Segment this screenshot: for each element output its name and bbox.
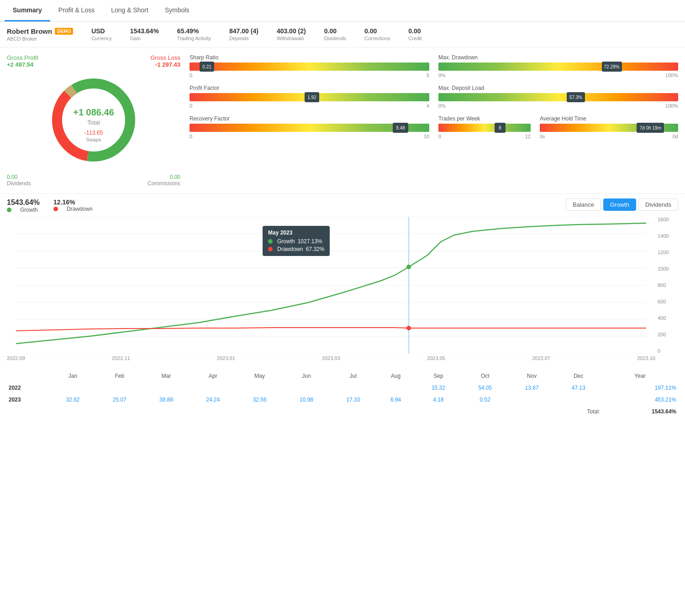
th-dec: Dec	[555, 370, 602, 382]
2023-jan: 32.62	[49, 394, 96, 406]
2022-sep: 15.32	[415, 382, 462, 394]
2022-may	[237, 382, 283, 394]
user-name-text: Robert Brown	[7, 27, 52, 35]
svg-text:+1 086.46: +1 086.46	[73, 107, 114, 117]
y-label-1200: 1200	[658, 250, 678, 255]
stat-trading-activity-label: Trading Activity	[177, 36, 211, 41]
drawdown-legend: Drawdown	[53, 206, 93, 212]
2023-sep: 4.18	[415, 394, 462, 406]
drawdown-dot	[53, 207, 58, 211]
metric-trades-per-week-title: Trades per Week	[438, 115, 531, 122]
table-row-2022: 2022 15.32 54.05 13.67 47.13 197.11%	[7, 382, 678, 394]
tooltip-title: May 2023	[268, 230, 324, 236]
2022-nov: 13.67	[508, 382, 555, 394]
user-info: Robert Brown DEMO ABCD Broker	[7, 27, 73, 42]
growth-section: 1543.64% Growth 12.16% Drawdown Balance …	[0, 194, 685, 365]
metric-max-drawdown-title: Max. Drawdown	[438, 54, 678, 61]
2023-aug: 6.94	[376, 394, 415, 406]
chart-svg	[7, 217, 655, 354]
tooltip-drawdown-dot	[268, 247, 273, 251]
top-section: Gross Profit +2 497.54 Gross Loss -1 297…	[0, 47, 685, 194]
2022-oct: 54.05	[462, 382, 508, 394]
stat-withdrawals-label: Withdrawals	[277, 36, 306, 41]
drawdown-label: Drawdown	[67, 206, 93, 212]
metric-trades-per-week-value: 8	[499, 125, 501, 131]
th-empty	[7, 370, 49, 382]
growth-percentage: 1543.64%	[7, 198, 40, 207]
2022-mar	[143, 382, 190, 394]
tooltip-growth-label: Growth	[277, 238, 295, 245]
metric-profit-factor-title: Profit Factor	[190, 85, 429, 91]
gross-loss-value: -1 297.43	[150, 61, 180, 68]
metrics-col-right: Max. Drawdown 72.29% 0%100% Max. Deposit…	[438, 54, 678, 187]
stat-corrections-label: Corrections	[364, 36, 390, 41]
metric-trades-per-week: Trades per Week 8 012	[438, 115, 531, 139]
tab-symbols[interactable]: Symbols	[157, 0, 198, 21]
stat-dividends-value: 0.00	[324, 27, 346, 35]
2022-apr	[190, 382, 236, 394]
header-stats: Robert Brown DEMO ABCD Broker USD Curren…	[0, 22, 685, 47]
tooltip-drawdown-label: Drawdown	[277, 246, 303, 252]
stat-corrections: 0.00 Corrections	[364, 27, 390, 41]
2022-jun	[283, 382, 330, 394]
metric-sharp-ratio: Sharp Ratio 0.21 05	[190, 54, 429, 78]
2022-year-total: 197.11%	[602, 382, 678, 394]
metric-avg-hold-time-title: Average Hold Time	[540, 115, 678, 122]
metric-profit-factor-range: 04	[190, 103, 429, 109]
metric-max-deposit-load-value: 57.3%	[569, 95, 582, 100]
y-label-600: 600	[658, 299, 678, 304]
commissions-value: 0.00	[148, 174, 180, 180]
tab-summary[interactable]: Summary	[5, 0, 50, 21]
th-feb: Feb	[96, 370, 143, 382]
total-label: Total:	[7, 406, 602, 418]
tab-profit-loss[interactable]: Profit & Loss	[50, 0, 103, 21]
2023-dec	[555, 394, 602, 406]
total-value: 1543.64%	[602, 406, 678, 418]
stat-gain-value: 1543.64%	[130, 27, 159, 35]
tooltip-drawdown-value: 67.32%	[306, 246, 325, 252]
chart-container: May 2023 Growth 1027.13% Drawdown 67.32%…	[7, 217, 678, 361]
th-jan: Jan	[49, 370, 96, 382]
stat-trading-activity-value: 65.49%	[177, 27, 211, 35]
2022-aug	[376, 382, 415, 394]
2022-jul	[330, 382, 376, 394]
x-label-3: 2023.03	[322, 355, 340, 361]
drawdown-pct-block: 12.16% Drawdown	[53, 198, 93, 213]
year-2022-label: 2022	[7, 382, 49, 394]
x-label-6: 2023.10	[637, 355, 655, 361]
th-nov: Nov	[508, 370, 555, 382]
table-header-row: Jan Feb Mar Apr May Jun Jul Aug Sep Oct …	[7, 370, 678, 382]
svg-text:-113.65: -113.65	[84, 130, 103, 136]
y-label-200: 200	[658, 332, 678, 337]
metrics-area: Sharp Ratio 0.21 05 Profit Factor 1.92	[190, 54, 678, 187]
stat-credit-label: Credit	[408, 36, 422, 41]
donut-area: Gross Profit +2 497.54 Gross Loss -1 297…	[7, 54, 180, 187]
svg-text:Total: Total	[87, 119, 100, 126]
th-year: Year	[602, 370, 678, 382]
stat-currency-label: Currency	[91, 36, 112, 41]
2023-nov	[508, 394, 555, 406]
2022-jan	[49, 382, 96, 394]
x-label-0: 2022.09	[7, 355, 25, 361]
growth-title-row: 1543.64% Growth 12.16% Drawdown	[7, 198, 93, 213]
chart-inner: May 2023 Growth 1027.13% Drawdown 67.32%	[7, 217, 655, 354]
btn-growth[interactable]: Growth	[603, 198, 636, 211]
dividends-value: 0.00	[7, 174, 31, 180]
2022-feb	[96, 382, 143, 394]
2023-may: 32.56	[237, 394, 283, 406]
metric-profit-factor-value: 1.92	[307, 95, 316, 100]
y-label-400: 400	[658, 315, 678, 321]
stat-credit-value: 0.00	[408, 27, 422, 35]
tab-long-short[interactable]: Long & Short	[103, 0, 157, 21]
metric-recovery-factor-title: Recovery Factor	[190, 115, 429, 122]
stat-gain-label: Gain	[130, 36, 159, 41]
btn-balance[interactable]: Balance	[566, 198, 601, 211]
growth-pct-block: 1543.64% Growth	[7, 198, 40, 213]
2022-dec: 47.13	[555, 382, 602, 394]
btn-dividends[interactable]: Dividends	[638, 198, 678, 211]
y-label-1400: 1400	[658, 233, 678, 239]
stat-currency-value: USD	[91, 27, 112, 35]
stat-corrections-value: 0.00	[364, 27, 390, 35]
th-aug: Aug	[376, 370, 415, 382]
chart-with-yaxis: May 2023 Growth 1027.13% Drawdown 67.32%…	[7, 217, 678, 354]
